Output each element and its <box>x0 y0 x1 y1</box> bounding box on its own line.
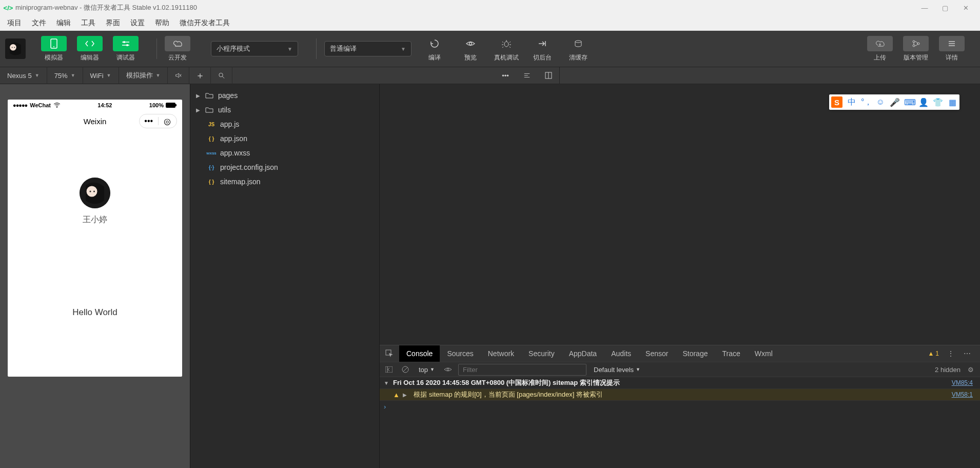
tab-sources[interactable]: Sources <box>440 345 480 362</box>
clear-console-icon[interactable] <box>399 363 411 376</box>
devtools-dock-icon[interactable]: ⋯ <box>961 347 974 360</box>
menu-tools[interactable]: 工具 <box>76 16 101 30</box>
ime-keyboard-icon[interactable]: ⌨ <box>904 98 914 107</box>
folder-icon <box>204 107 215 113</box>
window-title: miniprogram-webnav - 微信开发者工具 Stable v1.0… <box>15 3 914 12</box>
console-prompt[interactable]: › <box>380 401 980 413</box>
console-group-header[interactable]: ▼ Fri Oct 16 2020 14:45:58 GMT+0800 (中国标… <box>380 377 980 389</box>
clear-cache-button[interactable] <box>565 36 591 51</box>
tab-appdata[interactable]: AppData <box>562 345 604 362</box>
ime-emoji-icon[interactable]: ☺ <box>875 98 886 107</box>
warning-badge[interactable]: ▲1 <box>928 350 939 357</box>
zoom-select[interactable]: 75%▼ <box>47 67 83 84</box>
wifi-icon <box>53 103 61 108</box>
phone-preview: ●●●●●WeChat 14:52 100% Weixin ••• ◎ 王小婷 … <box>8 100 182 377</box>
config-file-icon: {·} <box>206 165 217 170</box>
file-app-js[interactable]: JSapp.js <box>190 117 379 131</box>
menu-file[interactable]: 文件 <box>27 16 51 30</box>
ime-toolbar[interactable]: S 中 °， ☺ 🎤 ⌨ 👤 👕 ▦ <box>829 94 959 110</box>
menu-wx-devtools[interactable]: 微信开发者工具 <box>174 16 235 30</box>
simulator-toggle[interactable] <box>41 36 67 51</box>
menu-bar: 项目 文件 编辑 工具 界面 设置 帮助 微信开发者工具 <box>0 15 980 31</box>
capsule-button[interactable]: ••• ◎ <box>139 114 177 128</box>
layout-button[interactable] <box>538 67 559 84</box>
sogou-icon[interactable]: S <box>831 96 842 108</box>
ime-login-icon[interactable]: 👤 <box>918 98 929 107</box>
context-select[interactable]: top ▼ <box>416 365 438 375</box>
menu-help[interactable]: 帮助 <box>150 16 174 30</box>
devtools-more-icon[interactable]: ⋮ <box>944 347 957 360</box>
live-expression-icon[interactable] <box>442 363 454 376</box>
source-link[interactable]: VM58:1 <box>952 391 976 398</box>
file-sitemap-json[interactable]: { }sitemap.json <box>190 174 379 189</box>
new-tab-button[interactable]: ＋ <box>189 67 211 84</box>
folder-icon <box>204 92 215 99</box>
background-button[interactable] <box>530 36 555 51</box>
version-button[interactable] <box>903 36 929 51</box>
file-project-config[interactable]: {·}project.config.json <box>190 160 379 174</box>
search-button[interactable] <box>211 67 232 84</box>
detail-button[interactable] <box>939 36 965 51</box>
console-settings-icon[interactable]: ⚙ <box>965 363 977 376</box>
ime-toolbox-icon[interactable]: ▦ <box>947 98 957 107</box>
chevron-down-icon: ▼ <box>287 46 292 52</box>
chevron-down-icon: ▼ <box>71 73 75 78</box>
warning-icon: ▲ <box>393 391 400 399</box>
preview-button[interactable] <box>458 36 483 51</box>
clear-cache-label: 清缓存 <box>569 53 587 62</box>
capsule-close-icon[interactable]: ◎ <box>159 116 177 126</box>
tab-console[interactable]: Console <box>399 345 440 362</box>
console-warning-line[interactable]: ▲ ▶ 根据 sitemap 的规则[0]，当前页面 [pages/index/… <box>380 389 980 401</box>
compile-button[interactable] <box>422 36 447 51</box>
more-button[interactable]: ••• <box>495 67 516 84</box>
cloud-dev-button[interactable] <box>165 36 190 51</box>
device-select[interactable]: Nexus 5▼ <box>0 67 47 84</box>
ime-voice-icon[interactable]: 🎤 <box>890 98 900 107</box>
menu-settings[interactable]: 设置 <box>125 16 150 30</box>
toolbar-separator <box>156 38 157 59</box>
mode-dropdown[interactable]: 小程序模式▼ <box>211 41 298 56</box>
tab-network[interactable]: Network <box>481 345 521 362</box>
user-avatar[interactable] <box>5 38 26 59</box>
ime-skin-icon[interactable]: 👕 <box>933 98 943 107</box>
mute-button[interactable] <box>168 67 189 84</box>
levels-select[interactable]: Default levels ▼ <box>591 365 643 375</box>
split-button[interactable] <box>516 67 538 84</box>
sim-ops-select[interactable]: 模拟操作▼ <box>119 67 168 84</box>
file-app-json[interactable]: { }app.json <box>190 131 379 146</box>
folder-pages[interactable]: ▶pages <box>190 88 379 103</box>
tab-sensor[interactable]: Sensor <box>638 345 675 362</box>
network-select[interactable]: WiFi▼ <box>83 67 119 84</box>
expand-icon[interactable]: ▶ <box>403 392 409 398</box>
tab-storage[interactable]: Storage <box>675 345 715 362</box>
file-app-wxss[interactable]: wxssapp.wxss <box>190 146 379 160</box>
window-maximize-button[interactable]: ▢ <box>935 0 955 15</box>
debugger-toggle[interactable] <box>113 36 139 51</box>
menu-project[interactable]: 项目 <box>2 16 27 30</box>
upload-button[interactable] <box>867 36 893 51</box>
capsule-menu-icon[interactable]: ••• <box>140 116 158 126</box>
window-close-button[interactable]: ✕ <box>955 0 976 15</box>
menu-edit[interactable]: 编辑 <box>51 16 76 30</box>
ime-punct-icon[interactable]: °， <box>861 97 871 108</box>
source-link[interactable]: VM85:4 <box>952 379 976 386</box>
phone-time: 14:52 <box>97 102 112 108</box>
tab-wxml[interactable]: Wxml <box>748 345 780 362</box>
tab-trace[interactable]: Trace <box>715 345 747 362</box>
element-picker-icon[interactable] <box>383 347 396 360</box>
remote-debug-button[interactable] <box>494 36 519 51</box>
svg-rect-25 <box>385 366 393 373</box>
window-minimize-button[interactable]: ― <box>914 0 935 15</box>
folder-utils[interactable]: ▶utils <box>190 103 379 117</box>
main-panel: S 中 °， ☺ 🎤 ⌨ 👤 👕 ▦ Console Sources Netwo… <box>380 84 980 468</box>
tab-audits[interactable]: Audits <box>604 345 638 362</box>
console-sidebar-icon[interactable] <box>383 363 395 376</box>
filter-input[interactable] <box>458 364 586 376</box>
menu-ui[interactable]: 界面 <box>101 16 125 30</box>
ime-lang-icon[interactable]: 中 <box>847 97 857 108</box>
compile-mode-dropdown[interactable]: 普通编译▼ <box>324 41 411 56</box>
debugger-label: 调试器 <box>116 53 135 62</box>
tab-security[interactable]: Security <box>521 345 562 362</box>
editor-toggle[interactable] <box>77 36 103 51</box>
collapse-icon[interactable]: ▼ <box>384 380 390 386</box>
